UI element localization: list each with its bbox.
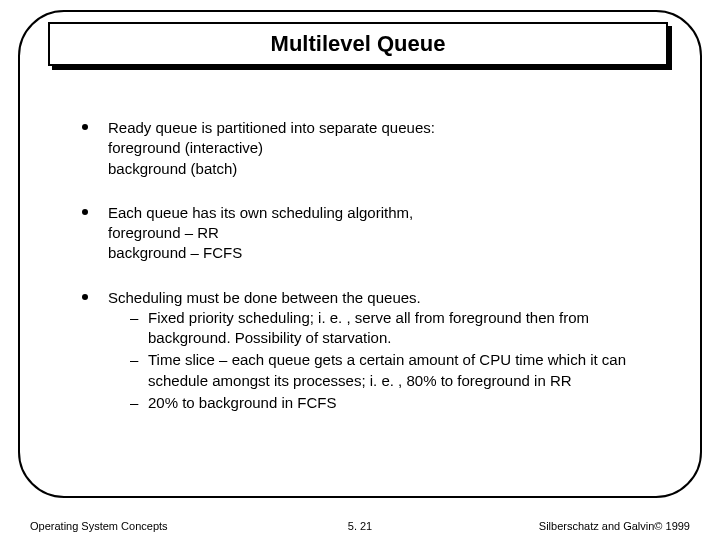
bullet-dot [82,124,88,130]
bullet-3-dash-1: Fixed priority scheduling; i. e. , serve… [130,308,660,349]
bullet-dot [82,294,88,300]
bullet-1: Ready queue is partitioned into separate… [82,118,660,179]
slide-title: Multilevel Queue [271,31,446,57]
bullet-1-head: Ready queue is partitioned into separate… [108,118,660,138]
footer-center: 5. 21 [348,520,372,532]
slide-content: Ready queue is partitioned into separate… [82,118,660,437]
bullet-3-sublist: Fixed priority scheduling; i. e. , serve… [108,308,660,413]
bullet-dot [82,209,88,215]
title-box: Multilevel Queue [48,22,668,66]
bullet-2: Each queue has its own scheduling algori… [82,203,660,264]
slide-footer: Operating System Concepts 5. 21 Silbersc… [0,520,720,532]
bullet-2-head: Each queue has its own scheduling algori… [108,203,660,223]
bullet-2-line-2: background – FCFS [108,243,660,263]
footer-right: Silberschatz and Galvin© 1999 [539,520,690,532]
footer-left: Operating System Concepts [30,520,168,532]
bullet-2-line-1: foreground – RR [108,223,660,243]
bullet-1-line-1: foreground (interactive) [108,138,660,158]
bullet-1-line-2: background (batch) [108,159,660,179]
bullet-3-dash-2: Time slice – each queue gets a certain a… [130,350,660,391]
bullet-3-dash-3: 20% to background in FCFS [130,393,660,413]
bullet-3: Scheduling must be done between the queu… [82,288,660,414]
bullet-3-head: Scheduling must be done between the queu… [108,288,660,308]
